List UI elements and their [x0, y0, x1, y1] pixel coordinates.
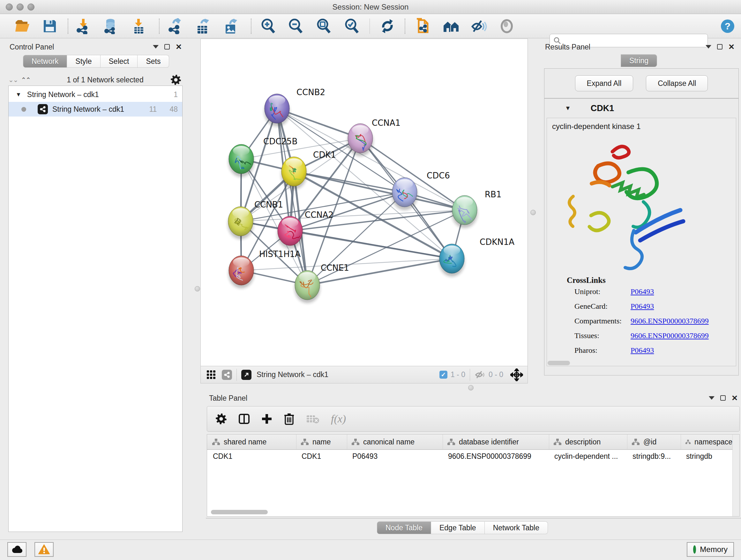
tab-style[interactable]: Style [67, 55, 100, 68]
zoom-fit-button[interactable] [315, 18, 333, 35]
table-cell[interactable]: CDK1 [296, 450, 347, 462]
table-cell[interactable]: stringdb:9... [627, 450, 681, 462]
column-header-canonical-name[interactable]: canonical name [347, 435, 443, 449]
panel-close-icon[interactable]: ✕ [731, 395, 738, 401]
collapse-all-button[interactable]: Collapse All [646, 75, 708, 91]
delete-column-trash-icon[interactable] [284, 413, 294, 425]
crosslink-link[interactable]: 9606.ENSP00000378699 [630, 331, 709, 340]
tab-edge-table[interactable]: Edge Table [431, 521, 485, 534]
network-node-CCNA1[interactable] [347, 124, 373, 156]
network-view[interactable]: CCNB2CCNA1CDC25BCDK1CDC6RB1CCNB1CCNA2HIS… [200, 39, 528, 383]
bottom-splitter-handle[interactable] [468, 385, 474, 390]
tab-string[interactable]: String [621, 54, 657, 67]
network-node-CDC25B[interactable] [228, 144, 254, 177]
network-node-RB1[interactable] [452, 195, 477, 228]
gene-expand-arrow-icon[interactable]: ▼ [565, 105, 571, 112]
tab-network[interactable]: Network [23, 55, 67, 68]
panel-float-icon[interactable] [720, 395, 726, 401]
save-session-button[interactable] [41, 18, 59, 35]
panel-menu-icon[interactable] [705, 45, 711, 49]
fit-content-crosshair-icon[interactable] [510, 368, 523, 381]
import-network-button[interactable] [74, 18, 92, 35]
table-vscrollbar[interactable] [732, 435, 739, 516]
tab-sets[interactable]: Sets [138, 55, 169, 68]
panel-menu-icon[interactable] [153, 45, 158, 49]
zoom-in-button[interactable] [259, 18, 277, 35]
warnings-button[interactable] [35, 542, 54, 557]
export-network-button[interactable] [166, 18, 184, 35]
show-all-button[interactable] [498, 18, 516, 35]
zoom-out-button[interactable] [286, 18, 305, 35]
zoom-selected-button[interactable] [343, 18, 360, 35]
crosslink-link[interactable]: P06493 [630, 346, 654, 355]
panel-float-icon[interactable] [717, 44, 723, 50]
right-splitter-handle[interactable] [530, 210, 536, 215]
first-neighbors-button[interactable] [442, 18, 460, 35]
network-node-CCNB1[interactable] [228, 206, 253, 239]
network-canvas[interactable]: CCNB2CCNA1CDC25BCDK1CDC6RB1CCNB1CCNA2HIS… [201, 39, 528, 366]
network-node-HIST1H1A[interactable] [228, 256, 254, 288]
import-table-button[interactable] [130, 18, 147, 35]
import-network-from-database-button[interactable] [102, 18, 119, 35]
column-header-name[interactable]: name [296, 435, 347, 449]
gene-section-header[interactable]: ▼ CDK1 [544, 99, 738, 117]
network-edge-CCNB2-RB1[interactable] [277, 109, 465, 210]
column-header-namespace[interactable]: namespace [681, 435, 733, 449]
table-hscrollbar-thumb[interactable] [211, 510, 268, 514]
node-label-CDKN1A: CDKN1A [480, 237, 515, 247]
crosslink-link[interactable]: P06493 [630, 302, 654, 311]
column-header-label: name [313, 438, 331, 446]
collection-expand-arrow-icon[interactable]: ▼ [16, 91, 21, 98]
column-header-database-identifier[interactable]: database identifier [443, 435, 549, 449]
help-button[interactable]: ? [719, 18, 737, 35]
panel-close-icon[interactable]: ✕ [176, 44, 182, 50]
crosslink-link[interactable]: P06493 [630, 287, 654, 296]
open-session-button[interactable] [13, 18, 31, 35]
toolbar-separator [405, 18, 405, 34]
show-columns-icon[interactable] [239, 413, 250, 425]
network-from-file-button[interactable] [414, 18, 431, 35]
network-node-CDKN1A[interactable] [439, 244, 465, 276]
refresh-button[interactable] [379, 18, 396, 35]
panel-float-icon[interactable] [164, 44, 170, 50]
panel-menu-icon[interactable] [709, 396, 715, 400]
hide-selected-button[interactable] [470, 18, 488, 35]
network-node-CDK1[interactable] [281, 157, 307, 189]
network-node-CCNE1[interactable] [294, 270, 320, 303]
table-cell[interactable]: 9606.ENSP00000378699 [443, 450, 549, 462]
network-node-CDC6[interactable] [392, 178, 417, 210]
column-header--id[interactable]: @id [627, 435, 681, 449]
open-in-new-window-button[interactable] [241, 370, 252, 380]
column-header-description[interactable]: description [549, 435, 627, 449]
tab-select[interactable]: Select [100, 55, 138, 68]
network-collection-row[interactable]: ▼ String Network – cdk1 1 [9, 87, 182, 102]
panel-close-icon[interactable]: ✕ [728, 44, 735, 50]
expand-all-networks-icon[interactable]: ⌃⌃ [21, 76, 30, 84]
network-node-CCNB2[interactable] [264, 94, 290, 126]
tab-node-table[interactable]: Node Table [377, 521, 431, 534]
network-edge-CCNA1-CDC25B[interactable] [241, 138, 360, 159]
create-column-plus-icon[interactable] [261, 414, 272, 424]
table-options-gear-icon[interactable] [215, 413, 227, 425]
column-header-shared-name[interactable]: shared name [208, 435, 296, 449]
selected-nodes-checkbox-icon[interactable]: ✓ [440, 371, 448, 379]
tab-network-table[interactable]: Network Table [485, 521, 548, 534]
export-table-button[interactable] [194, 18, 212, 35]
export-image-button[interactable] [222, 18, 240, 35]
birdseye-grid-icon[interactable] [206, 370, 216, 380]
table-cell[interactable]: P06493 [347, 450, 443, 462]
collapse-all-networks-icon[interactable]: ⌄⌄ [8, 76, 18, 84]
table-cell[interactable]: stringdb [681, 450, 733, 462]
network-row[interactable]: String Network – cdk1 11 48 [9, 102, 182, 117]
network-node-CCNA2[interactable] [277, 216, 303, 249]
results-hscrollbar-thumb[interactable] [548, 361, 570, 365]
left-splitter-handle[interactable] [195, 286, 200, 292]
cloud-status-button[interactable] [7, 542, 26, 557]
table-cell[interactable]: CDK1 [208, 450, 296, 462]
network-options-gear-icon[interactable] [171, 74, 181, 85]
crosslink-row: Pharos:P06493 [575, 346, 728, 355]
table-cell[interactable]: cyclin-dependent ... [549, 450, 627, 462]
expand-all-button[interactable]: Expand All [575, 75, 633, 91]
crosslink-link[interactable]: 9606.ENSP00000378699 [630, 317, 709, 325]
memory-button[interactable]: Memory [687, 542, 734, 557]
